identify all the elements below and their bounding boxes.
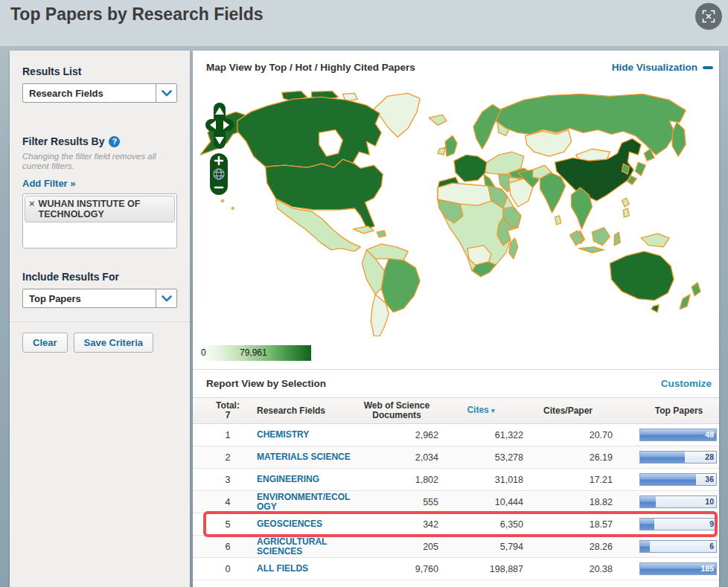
table-row: 1 CHEMISTRY 2,962 61,322 20.70 48 [193, 424, 719, 446]
sort-desc-icon: ▾ [491, 407, 495, 414]
cites-value: 61,322 [438, 430, 523, 440]
cites-value: 5,794 [438, 542, 523, 552]
cites-value: 198,887 [438, 564, 523, 574]
map-country-india [540, 173, 566, 213]
column-header-cites[interactable]: Cites ▾ [438, 405, 523, 416]
research-field-link[interactable]: CHEMISTRY [257, 430, 355, 440]
map-view-title: Map View by Top / Hot / Highly Cited Pap… [206, 62, 415, 73]
top-papers-bar: 36 [639, 473, 717, 486]
wos-documents-value: 9,760 [355, 564, 438, 574]
row-rank: 6 [199, 542, 257, 552]
research-field-link[interactable]: ALL FIELDS [257, 564, 355, 574]
research-field-link[interactable]: MATERIALS SCIENCE [257, 452, 355, 462]
table-row: 0 ALL FIELDS 9,760 198,887 20.38 185 [193, 558, 719, 580]
research-field-link[interactable]: GEOSCIENCES [257, 519, 355, 529]
cites-per-paper-value: 17.21 [523, 475, 613, 485]
research-field-link[interactable]: ENVIRONMENT/ECOLOGY [257, 493, 355, 512]
cites-per-paper-value: 20.38 [523, 564, 613, 574]
wos-documents-value: 1,802 [355, 475, 438, 485]
chevron-down-icon [156, 84, 176, 102]
filter-results-label: Filter Results By [22, 135, 104, 147]
fullscreen-button[interactable] [695, 3, 722, 30]
customize-link[interactable]: Customize [661, 378, 712, 389]
map-country-greenland [374, 93, 420, 137]
row-rank: 2 [199, 452, 257, 463]
row-rank: 5 [199, 519, 257, 530]
top-papers-bar: 28 [639, 451, 717, 463]
clear-button[interactable]: Clear [22, 333, 68, 353]
add-filter-link[interactable]: Add Filter » [22, 178, 177, 189]
include-results-dropdown[interactable]: Top Papers [22, 289, 177, 308]
remove-filter-icon[interactable]: × [29, 199, 35, 219]
cites-per-paper-value: 18.82 [523, 497, 613, 507]
hide-visualization-link[interactable]: Hide Visualization [612, 62, 713, 73]
wos-documents-value: 2,962 [355, 430, 438, 440]
save-criteria-button[interactable]: Save Criteria [74, 333, 154, 353]
legend-min: 0 [201, 347, 206, 358]
row-rank: 4 [199, 497, 257, 507]
report-table: Total:7 Research Fields Web of Science D… [193, 397, 719, 580]
table-row: 5 GEOSCIENCES 342 6,350 18.57 9 [193, 513, 719, 536]
report-table-body: 1 CHEMISTRY 2,962 61,322 20.70 48 2 MATE… [193, 424, 719, 580]
wos-documents-value: 555 [355, 497, 438, 507]
column-header-research-fields[interactable]: Research Fields [257, 405, 355, 416]
minus-icon [703, 66, 713, 69]
map-country-canada [237, 97, 381, 167]
help-icon[interactable]: ? [109, 136, 120, 147]
filter-tag-label: WUHAN INSTITUTE OF TECHNOLOGY [39, 199, 170, 219]
cites-per-paper-value: 26.19 [523, 452, 613, 463]
row-rank: 3 [199, 475, 257, 485]
include-results-label: Include Results For [22, 271, 177, 283]
table-row: 3 ENGINEERING 1,802 31,018 17.21 36 [193, 469, 719, 491]
map-country-usa [266, 159, 383, 229]
top-papers-bar: 48 [639, 429, 717, 441]
title-band: Top Papers by Research Fields [0, 0, 728, 46]
section-divider [193, 369, 719, 370]
world-map[interactable] [194, 89, 717, 336]
top-papers-bar: 185 [639, 562, 717, 575]
map-pan-control[interactable] [205, 103, 234, 149]
map-legend: 0 79,961 [199, 345, 311, 361]
results-list-label: Results List [22, 65, 177, 77]
fullscreen-icon [701, 9, 716, 24]
research-field-link[interactable]: ENGINEERING [257, 475, 355, 484]
chevron-down-icon [156, 289, 176, 307]
main-panel: Map View by Top / Hot / Highly Cited Pap… [193, 51, 719, 587]
filter-tag: × WUHAN INSTITUTE OF TECHNOLOGY [25, 196, 175, 222]
cites-value: 31,018 [438, 475, 523, 485]
wos-documents-value: 205 [355, 542, 438, 552]
filters-sidebar: Results List Research Fields Filter Resu… [10, 51, 190, 587]
map-country-brazil [381, 259, 420, 312]
results-list-selected: Research Fields [23, 84, 156, 102]
wos-documents-value: 342 [355, 519, 438, 530]
filter-note: Changing the filter field removes all cu… [22, 152, 177, 171]
wos-documents-value: 2,034 [355, 452, 438, 463]
map-country-australia [610, 251, 674, 301]
table-row: 2 MATERIALS SCIENCE 2,034 53,278 26.19 2… [193, 446, 719, 469]
cites-per-paper-value: 18.57 [523, 519, 613, 530]
results-list-dropdown[interactable]: Research Fields [22, 83, 177, 103]
top-papers-bar: 6 [639, 540, 717, 553]
cites-value: 53,278 [438, 452, 523, 463]
row-rank: 0 [199, 564, 257, 574]
hide-visualization-label: Hide Visualization [612, 62, 697, 73]
column-header-cites-per-paper[interactable]: Cites/Paper [523, 406, 613, 416]
cites-per-paper-value: 28.26 [523, 542, 613, 552]
map-zoom-control[interactable] [210, 153, 228, 195]
column-header-wos-documents[interactable]: Web of Science Documents [355, 401, 438, 420]
research-field-link[interactable]: AGRICULTURAL SCIENCES [257, 537, 355, 556]
cites-value: 6,350 [438, 519, 523, 530]
row-rank: 1 [199, 430, 257, 440]
map-country-russia [496, 94, 686, 155]
include-results-selected: Top Papers [23, 289, 156, 307]
active-filters-box: × WUHAN INSTITUTE OF TECHNOLOGY [22, 193, 177, 248]
column-header-top-papers[interactable]: Top Papers [639, 406, 718, 416]
table-header-row: Total:7 Research Fields Web of Science D… [193, 397, 719, 424]
top-papers-bar: 9 [639, 518, 717, 530]
map-region-western-europe [454, 155, 487, 182]
legend-max: 79,961 [240, 347, 267, 358]
table-row: 6 AGRICULTURAL SCIENCES 205 5,794 28.26 … [193, 536, 719, 558]
report-view-title: Report View by Selection [206, 378, 326, 389]
table-row: 4 ENVIRONMENT/ECOLOGY 555 10,444 18.82 1… [193, 491, 719, 513]
cites-per-paper-value: 20.70 [523, 430, 613, 440]
